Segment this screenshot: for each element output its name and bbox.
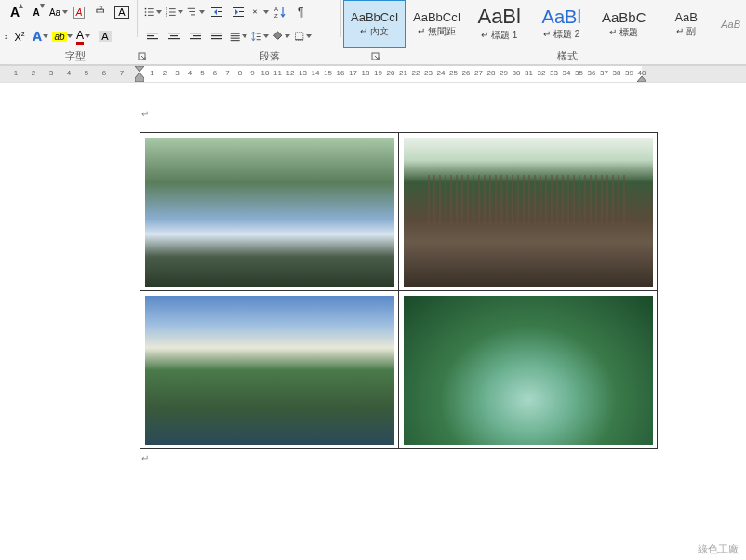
bullets-button[interactable] [142, 2, 163, 22]
superscript-button[interactable]: X2 [9, 26, 30, 47]
show-hide-button[interactable]: ¶ [292, 2, 313, 22]
table-cell[interactable] [399, 291, 658, 449]
svg-text:¶: ¶ [298, 6, 303, 19]
watermark-text: 綠色工廠 [698, 542, 739, 556]
table-row [140, 291, 658, 449]
svg-rect-33 [190, 38, 201, 39]
styles-gallery: AaBbCcI↵ 內文AaBbCcI↵ 無間距AaBl↵ 標題 1AaBl↵ 標… [343, 0, 717, 48]
font-group-label: 字型 [0, 48, 151, 64]
align-right-button[interactable] [185, 26, 206, 47]
svg-rect-12 [188, 8, 195, 9]
image-table[interactable] [140, 132, 658, 449]
style-item-標題[interactable]: AaBbC↵ 標題 [593, 0, 655, 48]
horizontal-ruler[interactable]: 7654321123456789101112131415161718192021… [0, 66, 746, 83]
asian-layout-button[interactable]: ✕ [249, 2, 270, 22]
svg-rect-26 [147, 35, 154, 36]
style-item-內文[interactable]: AaBbCcI↵ 內文 [343, 0, 406, 48]
multilevel-list-button[interactable] [185, 2, 206, 22]
font-group-label-text: 字型 [65, 49, 86, 63]
increase-indent-button[interactable] [228, 2, 248, 22]
phonetic-guide-button[interactable]: 中ㄅ [90, 2, 111, 22]
highlight-button[interactable]: ab [52, 26, 73, 47]
svg-point-2 [145, 11, 147, 13]
grow-font-button[interactable]: A [5, 2, 25, 22]
svg-text:✕: ✕ [252, 7, 258, 16]
table-cell[interactable] [399, 133, 658, 291]
shrink-font-button[interactable]: A [26, 2, 47, 22]
numbering-button[interactable]: 123 [164, 2, 184, 22]
svg-rect-19 [239, 11, 244, 12]
paragraph-group: 123 ✕ AZ ¶ [140, 0, 339, 48]
svg-point-0 [145, 8, 147, 10]
align-left-button[interactable] [142, 26, 163, 47]
justify-button[interactable] [206, 26, 227, 47]
change-case-button[interactable]: Aa [47, 2, 68, 22]
decrease-indent-button[interactable] [206, 2, 227, 22]
svg-rect-30 [168, 38, 180, 39]
sort-button[interactable]: AZ [271, 2, 291, 22]
svg-rect-41 [257, 33, 261, 34]
align-center-button[interactable] [164, 26, 184, 47]
char-shading-button[interactable]: A [95, 26, 115, 47]
font-dialog-launcher[interactable] [138, 52, 149, 63]
text-effects-button[interactable]: A [31, 26, 51, 47]
svg-rect-38 [231, 35, 240, 36]
table-row [140, 133, 658, 291]
svg-rect-32 [193, 35, 201, 36]
char-border-button[interactable]: A [112, 2, 132, 22]
svg-rect-37 [231, 33, 240, 34]
svg-rect-35 [211, 35, 222, 36]
document-area[interactable]: ↵ ↵ [0, 83, 746, 560]
svg-rect-13 [189, 11, 195, 12]
svg-rect-5 [148, 15, 154, 16]
svg-rect-16 [218, 11, 222, 12]
font-color-button[interactable]: A [73, 26, 94, 47]
shading-button[interactable] [271, 26, 291, 47]
styles-group-label: 樣式 [389, 48, 746, 64]
style-item-無間距[interactable]: AaBbCcI↵ 無間距 [406, 0, 468, 48]
paragraph-dialog-launcher[interactable] [371, 52, 382, 63]
table-cell[interactable] [140, 133, 399, 291]
inserted-image[interactable] [404, 138, 653, 287]
inserted-image[interactable] [145, 138, 394, 287]
svg-rect-31 [190, 33, 201, 33]
font-group: A A Aa A 中ㄅ A ₂ X2 A ab A A [2, 0, 135, 48]
svg-rect-15 [211, 7, 222, 8]
line-spacing-button[interactable] [249, 26, 270, 47]
svg-rect-34 [211, 33, 222, 33]
svg-rect-40 [231, 40, 240, 41]
table-cell[interactable] [140, 291, 399, 449]
page: ↵ ↵ [140, 83, 660, 463]
style-item-副[interactable]: AaB↵ 副 [655, 0, 717, 48]
svg-rect-7 [169, 8, 176, 9]
svg-rect-29 [170, 35, 178, 36]
svg-rect-25 [147, 33, 158, 33]
paragraph-group-label: 段落 [155, 48, 384, 64]
svg-text:Z: Z [274, 13, 278, 19]
svg-rect-28 [168, 33, 180, 33]
svg-rect-20 [233, 16, 244, 17]
ribbon: A A Aa A 中ㄅ A ₂ X2 A ab A A 123 [0, 0, 746, 66]
hanging-indent-marker[interactable] [135, 73, 144, 82]
inserted-image[interactable] [404, 296, 653, 445]
clear-formatting-button[interactable]: A [69, 2, 89, 22]
svg-text:A: A [274, 7, 278, 12]
inserted-image[interactable] [145, 296, 394, 445]
ribbon-group-labels: 字型 段落 樣式 [0, 48, 746, 65]
style-item-標題 1[interactable]: AaBl↵ 標題 1 [468, 0, 530, 48]
svg-text:3: 3 [166, 13, 168, 18]
svg-rect-39 [231, 38, 240, 39]
right-indent-marker[interactable] [637, 74, 646, 82]
paragraph-mark: ↵ [141, 109, 660, 119]
svg-rect-42 [257, 36, 261, 37]
styles-group-label-text: 樣式 [557, 49, 578, 63]
ribbon-main-row: A A Aa A 中ㄅ A ₂ X2 A ab A A 123 [0, 0, 746, 48]
borders-button[interactable] [292, 26, 313, 47]
svg-rect-45 [295, 39, 302, 40]
style-gallery-more[interactable]: AaB [717, 0, 744, 48]
svg-rect-11 [169, 15, 176, 16]
svg-rect-43 [257, 39, 261, 40]
style-item-標題 2[interactable]: AaBl↵ 標題 2 [530, 0, 593, 48]
separator [137, 0, 138, 37]
distributed-button[interactable] [228, 26, 248, 47]
